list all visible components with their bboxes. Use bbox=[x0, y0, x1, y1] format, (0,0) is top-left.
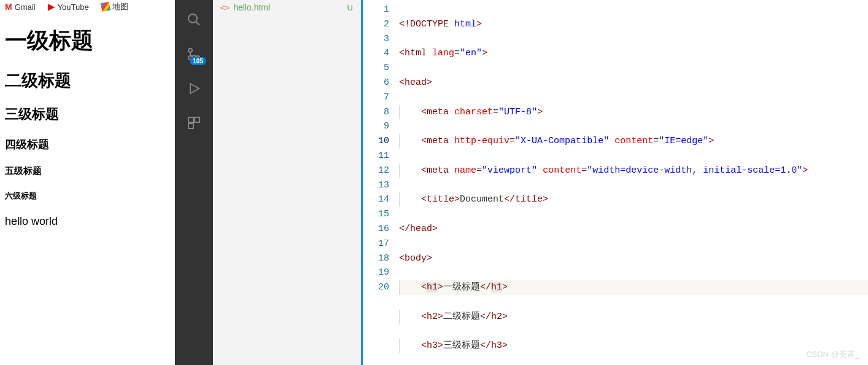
bookmark-maps[interactable]: 地图 bbox=[101, 1, 128, 12]
svg-rect-6 bbox=[188, 117, 193, 122]
svg-rect-8 bbox=[188, 124, 193, 128]
heading-6: 六级标题 bbox=[5, 190, 170, 202]
svg-line-1 bbox=[196, 22, 200, 25]
code-editor[interactable]: <> hello.html › ⬦ html › ⬦ body › ⬦ h1 1… bbox=[363, 0, 868, 365]
svg-point-2 bbox=[188, 49, 192, 52]
rendered-document: 一级标题 二级标题 三级标题 四级标题 五级标题 六级标题 hello worl… bbox=[0, 14, 175, 240]
heading-3: 三级标题 bbox=[5, 105, 170, 124]
heading-5: 五级标题 bbox=[5, 165, 170, 177]
watermark: CSDN @安苒_ bbox=[806, 349, 859, 360]
bookmark-label: YouTube bbox=[58, 2, 89, 12]
heading-4: 四级标题 bbox=[5, 137, 170, 152]
vscode-activity-bar: 105 bbox=[175, 0, 213, 365]
youtube-icon: ▶ bbox=[48, 1, 55, 12]
explorer-sidebar: <> hello.html U bbox=[213, 0, 363, 365]
line-number-gutter[interactable]: 123456789 1011121314151617181920 bbox=[363, 0, 399, 365]
paragraph-text: hello world bbox=[5, 215, 170, 228]
maps-icon bbox=[101, 2, 110, 12]
code-text[interactable]: <!DOCTYPE html> <html lang="en"> <head> … bbox=[399, 0, 868, 365]
heading-1: 一级标题 bbox=[5, 26, 170, 56]
sidebar-resize-handle[interactable] bbox=[361, 0, 363, 365]
svg-marker-5 bbox=[190, 84, 199, 93]
extensions-icon[interactable] bbox=[185, 114, 203, 131]
bookmarks-bar: M Gmail ▶ YouTube 地图 bbox=[0, 0, 175, 14]
html-file-icon: <> bbox=[220, 3, 230, 12]
bookmark-label: 地图 bbox=[112, 1, 128, 12]
gmail-icon: M bbox=[5, 2, 12, 12]
file-item-hello-html[interactable]: <> hello.html U bbox=[213, 0, 363, 15]
search-icon[interactable] bbox=[185, 11, 203, 28]
scm-badge: 105 bbox=[190, 57, 206, 65]
file-name-label: hello.html bbox=[233, 2, 270, 12]
heading-2: 二级标题 bbox=[5, 69, 170, 92]
bookmark-youtube[interactable]: ▶ YouTube bbox=[48, 1, 89, 12]
run-debug-icon[interactable] bbox=[185, 80, 203, 97]
bookmark-label: Gmail bbox=[15, 2, 36, 12]
git-status-untracked: U bbox=[347, 3, 355, 12]
bookmark-gmail[interactable]: M Gmail bbox=[5, 2, 36, 12]
browser-rendered-page: M Gmail ▶ YouTube 地图 一级标题 二级标题 三级标题 四级标题… bbox=[0, 0, 175, 365]
source-controlM-icon[interactable]: 105 bbox=[185, 45, 203, 63]
svg-rect-7 bbox=[195, 117, 200, 122]
svg-point-0 bbox=[188, 14, 197, 23]
